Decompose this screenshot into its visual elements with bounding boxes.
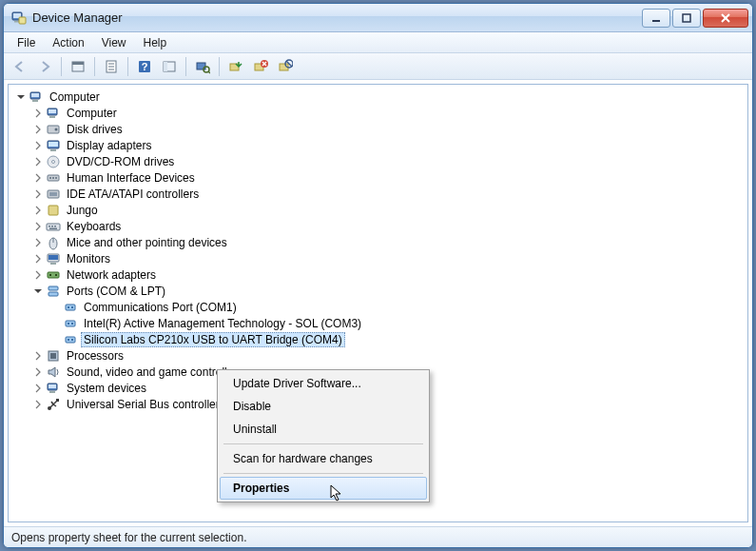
svg-text:?: ? bbox=[142, 61, 148, 72]
show-hidden-button[interactable] bbox=[68, 56, 88, 77]
close-button[interactable] bbox=[703, 9, 748, 28]
disk-icon bbox=[46, 122, 61, 137]
sound-icon bbox=[46, 364, 61, 380]
svg-rect-65 bbox=[66, 321, 75, 326]
tree-item[interactable]: Computer bbox=[29, 105, 746, 121]
jungo-icon bbox=[46, 203, 61, 218]
cm-update-driver[interactable]: Update Driver Software... bbox=[220, 372, 427, 395]
tree-item-label: Disk drives bbox=[64, 122, 126, 137]
expand-arrow-icon[interactable] bbox=[31, 155, 45, 168]
svg-rect-60 bbox=[48, 286, 58, 290]
cm-uninstall[interactable]: Uninstall bbox=[220, 418, 427, 441]
tree-item[interactable]: Ports (COM & LPT) bbox=[29, 283, 746, 299]
help-button[interactable]: ? bbox=[134, 56, 155, 77]
expand-arrow-icon[interactable] bbox=[31, 382, 45, 395]
dvd-icon bbox=[46, 154, 61, 169]
tree-item[interactable]: Jungo bbox=[29, 202, 746, 218]
expand-arrow-icon[interactable] bbox=[31, 268, 45, 282]
svg-rect-49 bbox=[51, 226, 53, 227]
menubar: File Action View Help bbox=[4, 32, 752, 53]
tree-item[interactable]: Keyboards bbox=[29, 218, 746, 234]
tree-item[interactable]: Human Interface Devices bbox=[29, 169, 746, 186]
menu-action[interactable]: Action bbox=[45, 34, 91, 51]
cm-separator bbox=[223, 443, 423, 444]
tree-root[interactable]: Computer bbox=[12, 89, 746, 105]
svg-rect-48 bbox=[48, 226, 50, 227]
svg-rect-29 bbox=[32, 100, 38, 102]
collapse-arrow-icon[interactable] bbox=[31, 285, 45, 298]
computer-root-icon bbox=[29, 89, 44, 105]
svg-rect-58 bbox=[49, 274, 51, 276]
expand-arrow-icon[interactable] bbox=[31, 187, 45, 201]
expand-arrow-icon[interactable] bbox=[31, 171, 45, 185]
forward-button bbox=[34, 56, 55, 77]
collapse-arrow-icon[interactable] bbox=[14, 90, 28, 104]
port-icon bbox=[63, 332, 78, 347]
tree-item-label: Human Interface Devices bbox=[64, 170, 198, 186]
expand-arrow-icon[interactable] bbox=[31, 398, 45, 411]
tree-item[interactable]: Intel(R) Active Management Technology - … bbox=[47, 315, 746, 331]
minimize-button[interactable] bbox=[642, 9, 670, 28]
port-icon bbox=[63, 300, 78, 315]
tree-item[interactable]: Display adapters bbox=[29, 137, 746, 153]
svg-rect-64 bbox=[71, 306, 73, 308]
tree-item[interactable]: Monitors bbox=[29, 250, 746, 266]
expand-arrow-icon[interactable] bbox=[31, 236, 45, 249]
menu-help[interactable]: Help bbox=[136, 34, 175, 51]
expand-arrow-icon[interactable] bbox=[31, 365, 45, 379]
keyboard-icon bbox=[46, 219, 61, 234]
tree-root-label: Computer bbox=[47, 89, 103, 105]
device-tree[interactable]: Computer ComputerDisk drivesDisplay adap… bbox=[10, 89, 746, 412]
menu-view[interactable]: View bbox=[94, 34, 134, 51]
console-tree-button[interactable] bbox=[159, 56, 180, 77]
tree-item-label: Intel(R) Active Management Technology - … bbox=[81, 316, 364, 331]
tree-item-label: Universal Serial Bus controllers bbox=[64, 397, 228, 412]
expand-arrow-icon[interactable] bbox=[31, 139, 45, 152]
scan-hardware-button[interactable] bbox=[192, 56, 213, 77]
tree-item[interactable]: DVD/CD-ROM drives bbox=[29, 153, 746, 169]
cm-properties[interactable]: Properties bbox=[220, 477, 427, 500]
disable-button[interactable] bbox=[275, 56, 296, 77]
maximize-button[interactable] bbox=[672, 9, 701, 28]
update-driver-button[interactable] bbox=[225, 56, 246, 77]
svg-rect-66 bbox=[68, 323, 69, 325]
toolbar: ? bbox=[4, 53, 752, 80]
svg-rect-4 bbox=[652, 20, 660, 22]
uninstall-button[interactable] bbox=[250, 56, 271, 77]
expand-arrow-icon[interactable] bbox=[31, 252, 45, 266]
tree-item-label: Keyboards bbox=[64, 219, 124, 234]
cm-separator bbox=[223, 473, 423, 474]
svg-rect-5 bbox=[683, 14, 690, 22]
menu-file[interactable]: File bbox=[10, 34, 43, 51]
svg-rect-59 bbox=[55, 274, 57, 276]
tree-item[interactable]: Mice and other pointing devices bbox=[29, 234, 746, 250]
properties-button[interactable] bbox=[101, 56, 122, 77]
svg-rect-74 bbox=[48, 384, 56, 388]
svg-rect-7 bbox=[72, 62, 84, 65]
tree-item[interactable]: IDE ATA/ATAPI controllers bbox=[29, 186, 746, 202]
port-icon bbox=[63, 316, 78, 331]
tree-item[interactable]: Network adapters bbox=[29, 266, 746, 283]
svg-line-79 bbox=[51, 402, 53, 404]
svg-rect-61 bbox=[48, 292, 58, 296]
context-menu[interactable]: Update Driver Software... Disable Uninst… bbox=[217, 369, 430, 502]
cpu-icon bbox=[46, 348, 61, 364]
tree-item-label: Computer bbox=[64, 106, 120, 121]
expand-arrow-icon[interactable] bbox=[31, 349, 45, 363]
tree-item[interactable]: Communications Port (COM1) bbox=[47, 299, 746, 315]
mouse-icon bbox=[46, 235, 61, 250]
cm-disable[interactable]: Disable bbox=[220, 395, 427, 418]
cm-scan-hardware[interactable]: Scan for hardware changes bbox=[220, 447, 427, 470]
svg-point-43 bbox=[55, 177, 57, 179]
svg-rect-37 bbox=[50, 149, 56, 151]
ide-icon bbox=[46, 187, 61, 202]
tree-item[interactable]: Processors bbox=[29, 347, 746, 364]
hid-icon bbox=[46, 170, 61, 186]
expand-arrow-icon[interactable] bbox=[31, 220, 45, 233]
expand-arrow-icon[interactable] bbox=[31, 204, 45, 217]
expand-arrow-icon[interactable] bbox=[31, 123, 45, 136]
svg-point-34 bbox=[55, 128, 58, 130]
expand-arrow-icon[interactable] bbox=[31, 107, 45, 120]
tree-item[interactable]: Disk drives bbox=[29, 121, 746, 137]
tree-item[interactable]: Silicon Labs CP210x USB to UART Bridge (… bbox=[47, 331, 746, 347]
